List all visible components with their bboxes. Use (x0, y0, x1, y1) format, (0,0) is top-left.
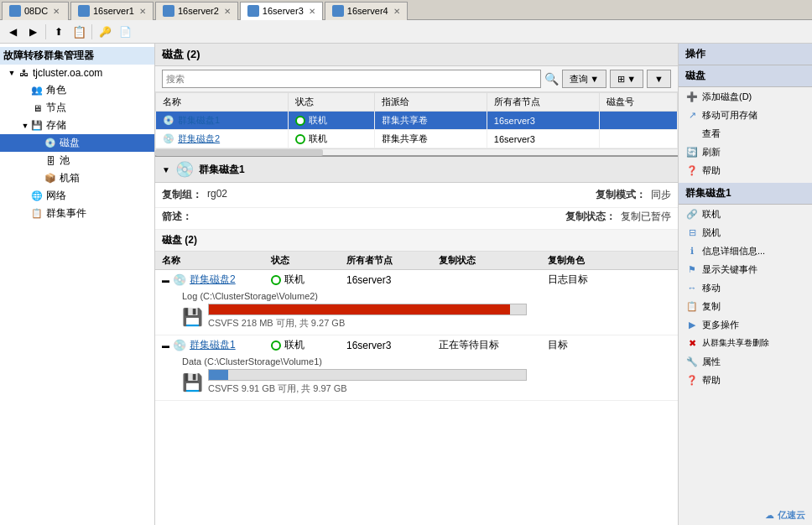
tab-16server2-label: 16server2 (178, 6, 219, 16)
sidebar-item-node[interactable]: 🖥 节点 (0, 99, 154, 117)
pool-label: 池 (60, 153, 70, 168)
sidebar-item-pool[interactable]: 🗄 池 (0, 152, 154, 169)
replication-mode-field: 复制模式： 同步 (596, 188, 671, 202)
back-button[interactable]: ◀ (3, 23, 22, 41)
detail-expand-icon[interactable]: ▼ (162, 165, 170, 174)
disk-panel-header: 磁盘 (2) (155, 44, 678, 66)
more-button[interactable]: ▼ (647, 70, 671, 88)
up-button[interactable]: ⬆ (49, 23, 68, 41)
replication-group-label: 复制组： (162, 188, 202, 202)
disk1-num (599, 112, 677, 130)
copy-button[interactable]: 📋 (70, 23, 88, 41)
sub-disk1-row-header[interactable]: ▬ 💿 群集磁盘1 联机 16server3 正在等待目标 目标 (155, 335, 678, 355)
disk-label: 磁盘 (60, 136, 80, 150)
sub-disk2-row-header[interactable]: ▬ 💿 群集磁盘2 联机 16server3 日志目标 (155, 270, 678, 289)
actions-section-clusterdisk1: 群集磁盘1 🔗 联机 ⊟ 脱机 ℹ 信息详细信息... ⚑ 显示关键事件 ↔ 移… (679, 183, 812, 389)
view-button[interactable]: ⊞ ▼ (610, 70, 643, 88)
disk1-status: 联机 (289, 112, 374, 130)
key-button[interactable]: 🔑 (96, 23, 114, 41)
detail-info-icon: ℹ (685, 244, 699, 257)
sub-disk2-path: Log (C:\ClusterStorage\Volume2) (182, 291, 651, 301)
sub-disk2-progress-fill (209, 304, 510, 314)
search-input[interactable] (162, 70, 541, 88)
doc-button[interactable]: 📄 (116, 23, 134, 41)
machine-icon: 📦 (44, 172, 57, 185)
tab-16server4-close[interactable]: ✕ (393, 7, 400, 16)
sidebar-item-network[interactable]: 🌐 网络 (0, 187, 154, 205)
view-label: 查看 (702, 127, 721, 140)
tab-16server1-icon (78, 5, 90, 17)
action-remove-csv[interactable]: ✖ 从群集共享卷删除 (679, 334, 812, 352)
action-refresh[interactable]: 🔄 刷新 (679, 143, 812, 161)
horizontal-scrollbar[interactable] (155, 148, 678, 155)
action-move-storage[interactable]: ↗ 移动可用存储 (679, 106, 812, 124)
query-button[interactable]: 查询 ▼ (562, 70, 606, 88)
sub-col-rep-state: 复制状态 (439, 254, 548, 267)
action-online[interactable]: 🔗 联机 (679, 205, 812, 223)
actions-main-title: 操作 (679, 44, 812, 65)
detail-header: ▼ 💿 群集磁盘1 (155, 157, 678, 183)
sub-disk1-expand: ▬ 💿 群集磁盘1 (162, 338, 271, 352)
sidebar-item-role[interactable]: 👥 角色 (0, 81, 154, 99)
add-disk-icon: ➕ (685, 90, 699, 103)
forward-button[interactable]: ▶ (23, 23, 42, 41)
disk2-num (599, 130, 677, 148)
help-disk-label: 帮助 (702, 164, 721, 177)
sub-disk2-icon: 💿 (173, 273, 186, 286)
table-row[interactable]: 💿 群集磁盘1 联机 群集共享卷 16s (156, 112, 678, 130)
online-icon: 🔗 (685, 207, 699, 221)
replication-group-value: rg02 (207, 188, 227, 202)
move-storage-icon: ↗ (685, 108, 699, 122)
network-label: 网络 (46, 189, 66, 203)
action-view[interactable]: 查看 (679, 124, 812, 143)
sub-disk1-name: 群集磁盘1 (190, 338, 236, 352)
action-replicate[interactable]: 📋 复制 (679, 297, 812, 315)
view-dropdown-icon: ▼ (627, 74, 636, 84)
disk2-icon: 💿 (163, 133, 174, 144)
tab-16server2[interactable]: 16server2 ✕ (155, 2, 238, 20)
sub-section-title: 磁盘 (2) (162, 233, 197, 247)
disk2-name: 💿 群集磁盘2 (156, 130, 289, 148)
sub-disk1-rep-state: 正在等待目标 (439, 338, 548, 352)
disk1-icon: 💿 (163, 115, 174, 126)
tab-16server2-close[interactable]: ✕ (224, 7, 231, 16)
action-properties[interactable]: 🔧 属性 (679, 352, 812, 371)
action-help-disk[interactable]: ❓ 帮助 (679, 161, 812, 179)
detail-panel: ▼ 💿 群集磁盘1 复制组： rg02 复制模式： 同步 箭述： (155, 156, 678, 525)
action-add-disk[interactable]: ➕ 添加磁盘(D) (679, 87, 812, 106)
sidebar-item-disk[interactable]: 💿 磁盘 (0, 134, 154, 152)
action-move[interactable]: ↔ 移动 (679, 278, 812, 297)
tab-16server1-close[interactable]: ✕ (139, 7, 146, 16)
sub-disk1-disk-icon-row: 💾 CSVFS 9.91 GB 可用, 共 9.97 GB (182, 369, 651, 395)
sidebar-item-machine[interactable]: 📦 机箱 (0, 169, 154, 187)
action-help-disk1[interactable]: ❓ 帮助 (679, 371, 812, 389)
sub-disk2-rep-role: 日志目标 (548, 273, 632, 287)
sub-disk1-arrow: ▬ (162, 341, 169, 350)
disk-table-header-row: 名称 状态 指派给 所有者节点 磁盘号 (156, 93, 678, 112)
sidebar-item-event[interactable]: 📋 群集事件 (0, 205, 154, 222)
tab-16server4[interactable]: 16server4 ✕ (325, 2, 408, 20)
sub-disk2-progress-area: CSVFS 218 MB 可用, 共 9.27 GB (208, 304, 527, 330)
storage-icon: 💾 (30, 119, 44, 133)
action-offline[interactable]: ⊟ 脱机 (679, 223, 812, 242)
tab-16server3[interactable]: 16server3 ✕ (240, 2, 323, 20)
disk1-owner: 16server3 (487, 112, 599, 130)
table-row[interactable]: 💿 群集磁盘2 联机 群集共享卷 16s (156, 130, 678, 148)
tab-16server1[interactable]: 16server1 ✕ (70, 2, 154, 20)
sub-disk2-status-icon (271, 275, 281, 285)
action-show-events[interactable]: ⚑ 显示关键事件 (679, 260, 812, 278)
sidebar-item-cluster[interactable]: ▼ 🖧 tjcluster.oa.com (0, 65, 154, 81)
sidebar-item-storage[interactable]: ▼ 💾 存储 (0, 117, 154, 134)
tab-16server3-close[interactable]: ✕ (309, 7, 315, 16)
action-detail-info[interactable]: ℹ 信息详细信息... (679, 242, 812, 260)
disk-table: 名称 状态 指派给 所有者节点 磁盘号 💿 群集磁盘1 (155, 92, 678, 148)
disk2-status-icon (295, 134, 305, 144)
tab-08DC-close[interactable]: ✕ (53, 7, 60, 16)
action-more[interactable]: ▶ 更多操作 (679, 315, 812, 334)
replication-mode-label: 复制模式： (596, 188, 646, 202)
sub-col-name: 名称 (162, 254, 271, 267)
search-icon: 🔍 (544, 72, 559, 86)
description-field: 箭述： (162, 210, 197, 224)
tab-08DC[interactable]: 08DC ✕ (2, 2, 69, 20)
content-area: 磁盘 (2) 🔍 查询 ▼ ⊞ ▼ ▼ (155, 44, 678, 525)
